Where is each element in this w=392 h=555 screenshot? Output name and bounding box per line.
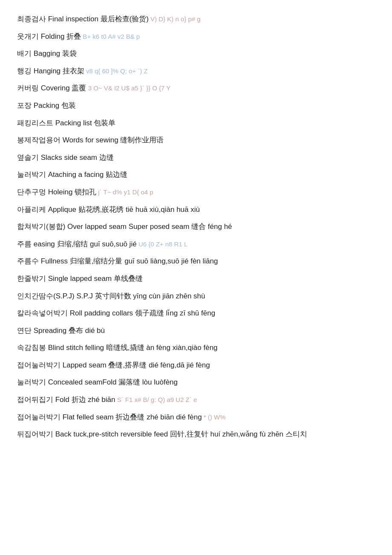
entry-main-text: 웃개기 Folding 折叠: [17, 32, 81, 40]
entry-faded-text: B+ k6 t0 A# v2 B& p: [81, 33, 140, 40]
entry-main-text: 최종검사 Final inspection 最后检查(验货): [17, 15, 149, 23]
entry-faded-text: S` F1 x# B/ g: Q) a9 U2 Z` e: [115, 396, 197, 403]
entry-main-text: 배기 Bagging 装袋: [17, 49, 77, 58]
entry-main-text: 단추구멍 Holeing 锁扣孔: [17, 188, 96, 196]
list-item: 합쳐박기(봉합) Over lapped seam Super posed se…: [17, 220, 375, 234]
entry-main-text: 속감침봉 Blind stitch felling 暗缝线,撬缝 àn fèng…: [17, 344, 218, 352]
list-item: 포장 Packing 包装: [17, 99, 375, 113]
entry-main-text: 접어눌러박기 Flat felled seam 折边叠缝 zhé biān di…: [17, 413, 202, 421]
list-item: 웃개기 Folding 折叠 B+ k6 t0 A# v2 B& p: [17, 30, 375, 43]
list-item: 옆솔기 Slacks side seam 边缝: [17, 151, 375, 165]
entry-faded-text: U6 {0 Z+ n8 R1 L: [137, 240, 188, 248]
list-item: 봉제작업용어 Words for sewing 缝制作业用语: [17, 134, 375, 147]
entry-main-text: 연단 Spreading 叠布 dié bù: [17, 327, 105, 335]
list-item: 주름 easing 归缩,缩结 guī suō,suō jié U6 {0 Z+…: [17, 238, 375, 251]
entry-faded-text: * () W%: [202, 413, 226, 421]
list-item: 패킹리스트 Packing list 包装单: [17, 117, 375, 130]
entry-main-text: 주름수 Fullness 归缩量,缩结分量 guī suō liàng,suō …: [17, 257, 218, 265]
entry-main-text: 한줄밖기 Single lapped seam 单线叠缝: [17, 275, 143, 283]
list-item: 단추구멍 Holeing 锁扣孔 j` T~ d% y1 D{ o4 p: [17, 186, 375, 199]
list-item: 눌러박기 Concealed seamFold 漏落缝 lòu luòfèng: [17, 376, 375, 389]
entry-main-text: 칼라속넣어박기 Roll padding collars 领子疏缝 lǐng z…: [17, 309, 215, 317]
list-item: 눌러박기 Ataching a facing 贴边缝: [17, 168, 375, 182]
list-item: 아플리케 Applique 贴花绣,嵌花绣 tiē huā xiù,qiàn h…: [17, 203, 375, 217]
list-item: 칼라속넣어박기 Roll padding collars 领子疏缝 lǐng z…: [17, 307, 375, 320]
content-area: 최종검사 Final inspection 最后检查(验货) V) D} K) …: [17, 13, 375, 441]
list-item: 최종검사 Final inspection 最后检查(验货) V) D} K) …: [17, 13, 375, 26]
entry-main-text: 포장 Packing 包装: [17, 101, 76, 110]
entry-main-text: 접어눌러박기 Lapped seam 叠缝,搭界缝 dié fèng,dā ji…: [17, 361, 210, 369]
entry-main-text: 주름 easing 归缩,缩结 guī suō,suō jié: [17, 240, 137, 248]
entry-main-text: 뒤집어박기 Back tuck,pre-stitch reversible fe…: [17, 430, 307, 438]
entry-main-text: 패킹리스트 Packing list 包装单: [17, 119, 115, 127]
entry-main-text: 합쳐박기(봉합) Over lapped seam Super posed se…: [17, 223, 232, 231]
entry-faded-text: j` T~ d% y1 D{ o4 p: [96, 188, 153, 196]
entry-main-text: 아플리케 Applique 贴花绣,嵌花绣 tiē huā xiù,qiàn h…: [17, 205, 200, 214]
list-item: 한줄밖기 Single lapped seam 单线叠缝: [17, 272, 375, 286]
list-item: 접어눌러박기 Flat felled seam 折边叠缝 zhé biān di…: [17, 411, 375, 424]
entry-faded-text: v8 q{ 60 ]% Q; o+ `) Z: [84, 67, 148, 75]
list-item: 인치간땀수(S.P.J) S.P.J 英寸间针数 yīng cùn jiān z…: [17, 290, 375, 303]
list-item: 주름수 Fullness 归缩量,缩结分量 guī suō liàng,suō …: [17, 255, 375, 268]
entry-main-text: 커버링 Covering 盖覆: [17, 84, 86, 92]
list-item: 연단 Spreading 叠布 dié bù: [17, 324, 375, 338]
entry-main-text: 옆솔기 Slacks side seam 边缝: [17, 153, 114, 162]
list-item: 접어뒤집기 Fold 折边 zhé biān S` F1 x# B/ g: Q)…: [17, 393, 375, 407]
entry-main-text: 행깅 Hanging 挂衣架: [17, 67, 84, 75]
list-item: 커버링 Covering 盖覆 3 O~ V& I2 U$ a5 }` }} O…: [17, 82, 375, 95]
list-item: 접어눌러박기 Lapped seam 叠缝,搭界缝 dié fèng,dā ji…: [17, 359, 375, 372]
entry-main-text: 눌러박기 Concealed seamFold 漏落缝 lòu luòfèng: [17, 378, 178, 386]
entry-main-text: 봉제작업용어 Words for sewing 缝制作业用语: [17, 136, 164, 144]
list-item: 배기 Bagging 装袋: [17, 47, 375, 61]
list-item: 속감침봉 Blind stitch felling 暗缝线,撬缝 àn fèng…: [17, 341, 375, 355]
entry-faded-text: 3 O~ V& I2 U$ a5 }` }} O {7 Y: [86, 84, 170, 92]
entry-main-text: 눌러박기 Ataching a facing 贴边缝: [17, 171, 127, 179]
entry-main-text: 접어뒤집기 Fold 折边 zhé biān: [17, 396, 115, 404]
entry-main-text: 인치간땀수(S.P.J) S.P.J 英寸间针数 yīng cùn jiān z…: [17, 292, 205, 300]
list-item: 행깅 Hanging 挂衣架 v8 q{ 60 ]% Q; o+ `) Z: [17, 65, 375, 78]
entry-faded-text: V) D} K) n o} p# g: [149, 15, 201, 23]
list-item: 뒤집어박기 Back tuck,pre-stitch reversible fe…: [17, 428, 375, 441]
